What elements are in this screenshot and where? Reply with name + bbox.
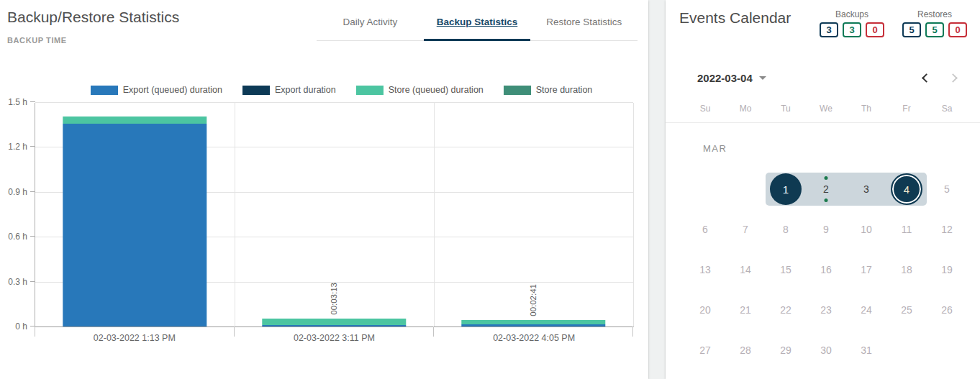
previous-month-icon[interactable]	[922, 73, 931, 83]
calendar-day-9[interactable]: 9	[806, 209, 846, 250]
weekday-header: Sa	[927, 104, 967, 114]
x-axis-label: 02-03-2022 3:11 PM	[235, 333, 435, 343]
calendar-day-30[interactable]: 30	[806, 330, 846, 370]
bar-segment-store-queued-duration	[263, 319, 406, 325]
calendar-day-10[interactable]: 10	[846, 209, 886, 250]
day-number: 20	[699, 304, 711, 316]
calendar-day-8[interactable]: 8	[766, 209, 806, 250]
bar-segment-store-queued-duration	[63, 117, 207, 124]
day-number: 3	[863, 183, 869, 195]
x-axis-label: 02-03-2022 1:13 PM	[35, 333, 235, 343]
next-month-icon[interactable]	[948, 73, 958, 83]
legend-swatch	[242, 86, 270, 95]
weekday-header-row: SuMoTuWeThFrSa	[685, 104, 967, 114]
legend-label: Store duration	[536, 85, 593, 95]
calendar-day-7[interactable]: 7	[725, 209, 766, 250]
day-circle: 4	[891, 173, 922, 205]
calendar-day-27[interactable]: 27	[685, 330, 725, 370]
y-axis-tick	[30, 236, 35, 237]
count-badge: 5	[925, 22, 944, 37]
legend-swatch	[356, 86, 384, 95]
count-badge: 3	[843, 22, 861, 37]
counter-badges: 550	[902, 22, 967, 37]
calendar-day-19[interactable]: 19	[927, 250, 967, 290]
y-axis-tick	[30, 281, 35, 282]
event-dot	[825, 176, 828, 180]
calendar-empty-cell	[725, 169, 766, 209]
event-dot	[825, 198, 828, 202]
date-selector[interactable]: 2022-03-04	[697, 72, 766, 84]
legend-item-export-duration[interactable]: Export duration	[242, 85, 336, 95]
chart-plot-area: 0 h0.3 h0.6 h0.9 h1.2 h1.5 h00:03:1300:0…	[35, 103, 634, 327]
y-axis-label: 0.6 h	[1, 232, 27, 242]
calendar-divider	[666, 122, 980, 123]
legend-item-store-duration[interactable]: Store duration	[504, 85, 593, 95]
selected-date: 2022-03-04	[697, 72, 753, 84]
day-number: 24	[861, 304, 872, 316]
chart-column	[35, 103, 235, 327]
calendar-day-2[interactable]: 2	[806, 169, 846, 209]
chart-column: 00:02:41	[434, 103, 633, 327]
counter-title: Backups	[820, 9, 884, 19]
chevron-down-icon	[759, 76, 766, 80]
calendar-day-21[interactable]: 21	[725, 290, 766, 330]
counter-title: Restores	[902, 9, 967, 19]
tab-daily-activity[interactable]: Daily Activity	[317, 0, 424, 40]
calendar-day-24[interactable]: 24	[846, 290, 886, 330]
tab-backup-statistics[interactable]: Backup Statistics	[424, 0, 531, 40]
backup-time-chart: Export (queued) durationExport durationS…	[0, 81, 648, 343]
weekday-header: Mo	[725, 104, 766, 114]
calendar-day-16[interactable]: 16	[806, 250, 846, 290]
legend-item-store-queued-duration[interactable]: Store (queued) duration	[356, 85, 484, 95]
calendar-day-15[interactable]: 15	[766, 250, 806, 290]
weekday-header: Th	[846, 104, 886, 114]
x-axis-tick	[35, 327, 35, 337]
bar	[63, 117, 207, 327]
day-number: 13	[699, 264, 711, 275]
day-number: 21	[740, 304, 751, 316]
day-number: 8	[783, 224, 789, 235]
calendar-day-17[interactable]: 17	[846, 250, 886, 290]
calendar-day-3[interactable]: 3	[846, 169, 886, 209]
calendar-day-5[interactable]: 5	[927, 169, 967, 209]
x-axis-label: 02-03-2022 4:05 PM	[434, 333, 634, 343]
count-badge: 0	[948, 22, 967, 37]
calendar-day-12[interactable]: 12	[927, 209, 967, 250]
day-number: 11	[902, 224, 912, 235]
calendar-day-6[interactable]: 6	[685, 209, 725, 250]
chart-legend: Export (queued) durationExport durationS…	[0, 83, 648, 96]
calendar-day-4[interactable]: 4	[886, 169, 927, 209]
day-number: 17	[861, 264, 872, 275]
calendar-day-29[interactable]: 29	[766, 330, 806, 370]
legend-item-export-queued-duration[interactable]: Export (queued) duration	[91, 85, 222, 95]
bar-segment-export-queued-duration	[263, 325, 406, 327]
day-number: 5	[944, 183, 950, 195]
day-number: 18	[901, 264, 912, 275]
day-number: 22	[780, 304, 791, 316]
count-badge: 0	[866, 22, 884, 37]
calendar-day-1[interactable]: 1	[766, 169, 806, 209]
y-axis-tick	[30, 101, 35, 102]
page-title: Backup/Restore Statistics	[7, 9, 179, 26]
calendar-empty-cell	[886, 330, 927, 370]
bar	[263, 319, 406, 327]
calendar-day-11[interactable]: 11	[886, 209, 927, 250]
chart-column: 00:03:13	[235, 103, 434, 327]
calendar-day-14[interactable]: 14	[725, 250, 766, 290]
calendar-day-13[interactable]: 13	[685, 250, 725, 290]
calendar-empty-cell	[685, 169, 725, 209]
legend-label: Export (queued) duration	[123, 85, 222, 95]
calendar-day-20[interactable]: 20	[685, 290, 725, 330]
calendar-day-28[interactable]: 28	[725, 330, 766, 370]
calendar-day-18[interactable]: 18	[886, 250, 927, 290]
day-number: 12	[941, 224, 953, 235]
day-number: 27	[699, 344, 711, 356]
tab-restore-statistics[interactable]: Restore Statistics	[530, 0, 638, 40]
calendar-day-26[interactable]: 26	[927, 290, 967, 330]
events-calendar-title: Events Calendar	[679, 9, 791, 27]
calendar-day-31[interactable]: 31	[846, 330, 886, 370]
calendar-day-25[interactable]: 25	[886, 290, 927, 330]
calendar-day-23[interactable]: 23	[806, 290, 846, 330]
calendar-day-22[interactable]: 22	[766, 290, 806, 330]
active-tab-indicator	[424, 39, 531, 41]
